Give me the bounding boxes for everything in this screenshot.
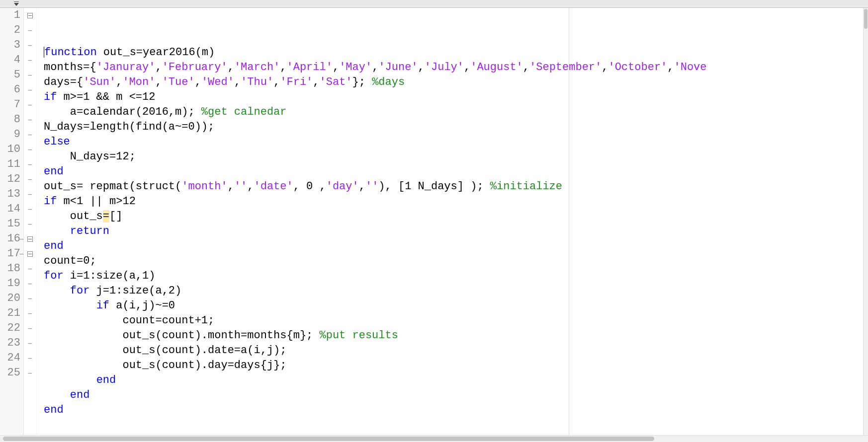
code-line[interactable]: N_days=length(find(a~=0)); <box>44 120 863 135</box>
fold-toggle-icon[interactable] <box>27 236 33 242</box>
line-number: 19 <box>0 276 20 291</box>
line-number: 7 <box>0 97 20 112</box>
code-line[interactable]: count=0; <box>44 254 863 269</box>
fold-row: – <box>24 97 36 112</box>
fold-toggle-icon[interactable] <box>27 251 33 257</box>
line-number: 23 <box>0 336 20 351</box>
code-line[interactable]: months={'Januray','February','March','Ap… <box>44 60 863 75</box>
breakpoint-dash[interactable]: – <box>27 172 33 187</box>
breakpoint-dash[interactable]: – <box>27 68 33 82</box>
code-line[interactable]: function out_s=year2016(m) <box>44 45 863 60</box>
code-line[interactable]: days={'Sun','Mon','Tue','Wed','Thu','Fri… <box>44 75 863 90</box>
line-number: 4 <box>0 53 20 68</box>
breakpoint-dash[interactable]: – <box>27 261 33 276</box>
breakpoint-dash[interactable]: – <box>27 187 33 202</box>
line-number: 15 <box>0 217 20 231</box>
fold-row: – <box>24 23 36 38</box>
fold-row: – <box>24 276 36 291</box>
code-line[interactable]: out_s(count).day=days{j}; <box>44 358 863 373</box>
breakpoint-dash[interactable]: – <box>27 306 33 321</box>
code-line[interactable]: count=count+1; <box>44 313 863 328</box>
code-line[interactable]: out_s(count).month=months{m}; %put resul… <box>44 328 863 343</box>
code-line[interactable]: end <box>44 388 863 403</box>
line-number: 9 <box>0 127 20 142</box>
fold-row: – <box>24 366 36 380</box>
file-dropdown-icon[interactable] <box>14 1 19 6</box>
code-line[interactable]: return <box>44 224 863 239</box>
line-number: 13 <box>0 187 20 202</box>
breakpoint-dash[interactable]: – <box>27 112 33 127</box>
vertical-scrollbar[interactable] <box>863 8 868 435</box>
fold-row: – <box>24 172 36 187</box>
vertical-scroll-thumb[interactable] <box>864 9 868 29</box>
fold-row: – <box>24 217 36 231</box>
code-line[interactable]: out_s(count).date=a(i,j); <box>44 343 863 358</box>
breakpoint-dash[interactable]: – <box>27 157 33 172</box>
fold-toggle-icon[interactable] <box>27 13 33 18</box>
code-line[interactable]: end <box>44 373 863 388</box>
breakpoint-dash[interactable]: – <box>19 246 24 261</box>
horizontal-scroll-thumb[interactable] <box>3 437 654 441</box>
line-number: 24 <box>0 351 20 366</box>
code-line[interactable]: else <box>44 135 863 149</box>
line-number: 11 <box>0 157 20 172</box>
fold-row: – <box>24 291 36 306</box>
line-number: 25 <box>0 366 20 380</box>
breakpoint-dash[interactable]: – <box>27 351 33 366</box>
code-line[interactable]: end <box>44 164 863 179</box>
code-line[interactable]: out_s= repmat(struct('month','','date', … <box>44 179 863 194</box>
line-number: 8 <box>0 112 20 127</box>
breakpoint-dash[interactable]: – <box>27 127 33 142</box>
line-number: 2 <box>0 23 20 38</box>
fold-row: – <box>24 351 36 366</box>
code-line[interactable]: end <box>44 403 863 418</box>
editor-area: 1234567891011121314151617181920212223242… <box>0 8 868 435</box>
code-area[interactable]: function out_s=year2016(m)months={'Janur… <box>37 8 863 435</box>
code-line[interactable]: if m<1 || m>12 <box>44 194 863 209</box>
line-number: 5 <box>0 68 20 82</box>
line-number: 22 <box>0 321 20 336</box>
line-number: 10 <box>0 142 20 157</box>
horizontal-scrollbar[interactable] <box>0 435 868 442</box>
breakpoint-dash[interactable]: – <box>27 276 33 291</box>
breakpoint-dash[interactable]: – <box>27 97 33 112</box>
fold-row: – <box>24 68 36 82</box>
breakpoint-dash[interactable]: – <box>27 321 33 336</box>
breakpoint-dash[interactable]: – <box>27 53 33 68</box>
fold-row: – <box>24 82 36 97</box>
top-tab-strip <box>0 0 868 8</box>
fold-row: – <box>24 336 36 351</box>
breakpoint-dash[interactable]: – <box>27 38 33 53</box>
line-number: 17 <box>0 246 20 261</box>
code-line[interactable]: if m>=1 && m <=12 <box>44 90 863 105</box>
breakpoint-dash[interactable]: – <box>27 142 33 157</box>
breakpoint-dash[interactable]: – <box>27 291 33 306</box>
code-line[interactable]: if a(i,j)~=0 <box>44 298 863 313</box>
fold-row: – <box>24 231 36 246</box>
fold-row: – <box>24 202 36 217</box>
fold-row: – <box>24 127 36 142</box>
fold-row: – <box>24 306 36 321</box>
code-line[interactable]: for j=1:size(a,2) <box>44 284 863 298</box>
breakpoint-dash[interactable]: – <box>27 217 33 231</box>
breakpoint-dash[interactable]: – <box>27 366 33 380</box>
code-line[interactable]: for i=1:size(a,1) <box>44 269 863 284</box>
fold-row: – <box>24 157 36 172</box>
fold-row: – <box>24 112 36 127</box>
breakpoint-dash[interactable]: – <box>27 82 33 97</box>
fold-row: – <box>24 53 36 68</box>
fold-row <box>24 8 36 23</box>
line-number: 18 <box>0 261 20 276</box>
code-line[interactable]: out_s=[] <box>44 209 863 224</box>
fold-row: – <box>24 261 36 276</box>
code-line[interactable]: end <box>44 239 863 254</box>
editor-container: 1234567891011121314151617181920212223242… <box>0 0 868 442</box>
breakpoint-dash[interactable]: – <box>27 202 33 217</box>
breakpoint-dash[interactable]: – <box>27 336 33 351</box>
breakpoint-dash[interactable]: – <box>27 23 33 38</box>
line-number: 21 <box>0 306 20 321</box>
code-line[interactable]: N_days=12; <box>44 149 863 164</box>
breakpoint-dash[interactable]: – <box>19 231 24 246</box>
code-line[interactable]: a=calendar(2016,m); %get calnedar <box>44 105 863 120</box>
fold-row: – <box>24 246 36 261</box>
